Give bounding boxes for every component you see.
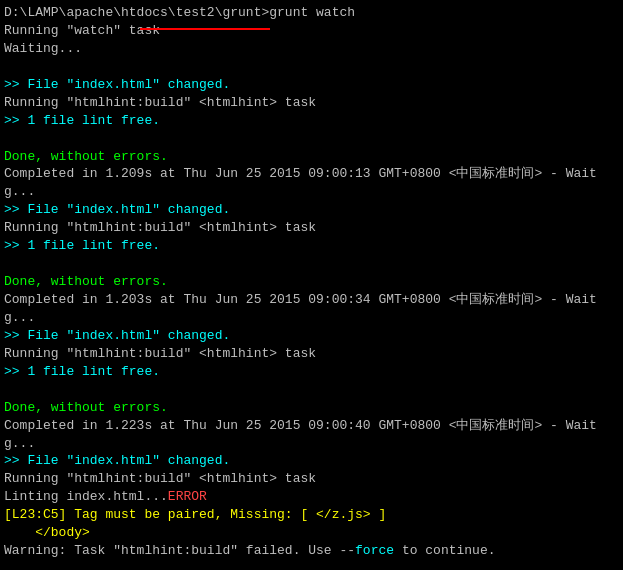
terminal-line: g...	[4, 435, 619, 453]
terminal-line: Done, without errors.	[4, 148, 619, 166]
terminal-line: >> File "index.html" changed.	[4, 327, 619, 345]
terminal-line: </body>	[4, 524, 619, 542]
terminal-line: Done, without errors.	[4, 273, 619, 291]
terminal-line: >> File "index.html" changed.	[4, 452, 619, 470]
terminal-line: g...	[4, 183, 619, 201]
terminal-line: Completed in 1.223s at Thu Jun 25 2015 0…	[4, 417, 619, 435]
terminal-line	[4, 58, 619, 76]
terminal-line: >> File "index.html" changed.	[4, 76, 619, 94]
terminal-line: >> File "index.html" changed.	[4, 201, 619, 219]
terminal-line	[4, 381, 619, 399]
terminal-line	[4, 560, 619, 570]
terminal-line: >> 1 file lint free.	[4, 363, 619, 381]
terminal-line: Running "htmlhint:build" <htmlhint> task	[4, 470, 619, 488]
terminal-line: Done, without errors.	[4, 399, 619, 417]
terminal-line: g...	[4, 309, 619, 327]
terminal-line	[4, 130, 619, 148]
terminal-line: Running "watch" task	[4, 22, 619, 40]
terminal-line: D:\LAMP\apache\htdocs\test2\grunt>grunt …	[4, 4, 619, 22]
terminal-line: Running "htmlhint:build" <htmlhint> task	[4, 94, 619, 112]
terminal-line: >> 1 file lint free.	[4, 237, 619, 255]
red-underline-decoration	[140, 28, 270, 30]
terminal-line: Waiting...	[4, 40, 619, 58]
terminal-line: Warning: Task "htmlhint:build" failed. U…	[4, 542, 619, 560]
terminal-line	[4, 255, 619, 273]
terminal-line: Running "htmlhint:build" <htmlhint> task	[4, 219, 619, 237]
terminal-window: D:\LAMP\apache\htdocs\test2\grunt>grunt …	[0, 0, 623, 570]
terminal-line: Running "htmlhint:build" <htmlhint> task	[4, 345, 619, 363]
terminal-line: Completed in 1.209s at Thu Jun 25 2015 0…	[4, 165, 619, 183]
terminal-line: >> 1 file lint free.	[4, 112, 619, 130]
terminal-line: Completed in 1.203s at Thu Jun 25 2015 0…	[4, 291, 619, 309]
terminal-line: [L23:C5] Tag must be paired, Missing: [ …	[4, 506, 619, 524]
terminal-line: Linting index.html...ERROR	[4, 488, 619, 506]
